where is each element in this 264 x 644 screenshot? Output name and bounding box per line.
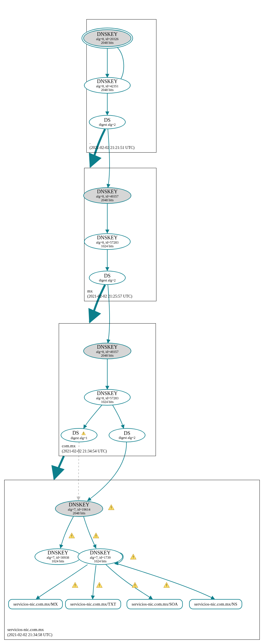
zone-root-label: . (2021-02-02 21:21:51 UTC): [90, 140, 134, 150]
node-root-ksk-alg: alg=8, id=20326: [96, 37, 119, 41]
zone-root-name: .: [90, 140, 134, 145]
node-commx-zsk[interactable]: DNSKEY alg=8, id=57283 1024 bits: [84, 389, 131, 406]
node-root-ksk[interactable]: DNSKEY alg=8, id=20326 2048 bits: [83, 29, 131, 47]
node-commx-ds2-alg: digest alg=2: [119, 436, 135, 440]
node-root-ds[interactable]: DS digest alg=2: [89, 115, 126, 129]
node-sn-ksk-alg: alg=7, id=19614: [68, 508, 90, 511]
node-mx-ksk-alg: alg=8, id=49357: [96, 195, 119, 198]
node-sn-ksk-title: DNSKEY: [68, 502, 90, 508]
node-sn-zsk2-alg: alg=7, id=1739: [90, 556, 111, 560]
zone-commx-label: com.mx (2021-02-02 21:34:54 UTC): [62, 443, 107, 454]
node-root-ksk-title: DNSKEY: [96, 32, 119, 37]
node-mx-ksk-title: DNSKEY: [96, 189, 119, 195]
rrset-ns-label: servicios-nic.com.mx/NS: [194, 602, 237, 607]
dnssec-graph-canvas: . (2021-02-02 21:21:51 UTC) DNSKEY alg=8…: [0, 0, 264, 644]
node-sn-zsk2-title: DNSKEY: [90, 550, 111, 556]
zone-sn-name: servicios-nic.com.mx: [7, 627, 52, 632]
node-commx-ds2[interactable]: DS digest alg=2: [109, 428, 145, 442]
node-commx-ksk-title: DNSKEY: [96, 344, 119, 350]
node-commx-zsk-title: DNSKEY: [96, 391, 119, 396]
node-sn-ksk-bits: 2048 bits: [68, 511, 90, 515]
rrset-txt-label: servicios-nic.com.mx/TXT: [70, 602, 116, 607]
node-commx-ds1-alg: digest alg=1: [71, 436, 87, 440]
zone-commx-name: com.mx: [62, 443, 107, 449]
node-mx-ksk[interactable]: DNSKEY alg=8, id=49357 2048 bits: [83, 187, 131, 204]
node-commx-zsk-bits: 1024 bits: [96, 400, 119, 404]
node-root-ds-title: DS: [99, 118, 115, 123]
node-commx-ksk-bits: 2048 bits: [96, 354, 119, 357]
zone-mx-time: (2021-02-02 21:25:57 UTC): [87, 294, 132, 299]
zone-commx-time: (2021-02-02 21:34:54 UTC): [62, 449, 107, 454]
node-mx-zsk-alg: alg=8, id=57283: [96, 241, 119, 244]
rrset-ns[interactable]: servicios-nic.com.mx/NS: [189, 599, 242, 609]
node-root-ds-alg: digest alg=2: [99, 123, 115, 127]
node-commx-ksk-alg: alg=8, id=49357: [96, 350, 119, 354]
rrset-txt[interactable]: servicios-nic.com.mx/TXT: [65, 599, 121, 609]
node-mx-ksk-bits: 2048 bits: [96, 198, 119, 202]
node-mx-zsk-bits: 1024 bits: [96, 244, 119, 248]
node-sn-zsk2[interactable]: DNSKEY alg=7, id=1739 1024 bits: [78, 548, 123, 565]
svg-text:!: !: [83, 432, 84, 435]
zone-sn-label: servicios-nic.com.mx (2021-02-02 21:34:5…: [7, 627, 52, 637]
zone-sn-time: (2021-02-02 21:34:58 UTC): [7, 632, 52, 638]
node-mx-ds-title: DS: [99, 273, 115, 279]
node-commx-ds1-title: DS: [72, 430, 79, 436]
node-commx-ds1[interactable]: DS ! digest alg=1: [61, 428, 97, 442]
node-commx-ksk[interactable]: DNSKEY alg=8, id=49357 2048 bits: [83, 343, 131, 359]
node-mx-zsk[interactable]: DNSKEY alg=8, id=57283 1024 bits: [84, 233, 131, 250]
rrset-mx[interactable]: servicios-nic.com.mx/MX: [8, 599, 63, 609]
node-sn-zsk1-title: DNSKEY: [47, 550, 69, 556]
node-commx-zsk-alg: alg=8, id=57283: [96, 396, 119, 400]
node-mx-zsk-title: DNSKEY: [96, 235, 119, 241]
node-root-zsk-alg: alg=8, id=42351: [96, 84, 119, 88]
node-root-zsk-title: DNSKEY: [96, 79, 119, 84]
node-sn-zsk1[interactable]: DNSKEY alg=7, id=30938 1024 bits: [35, 548, 81, 565]
node-root-zsk-bits: 2048 bits: [96, 88, 119, 92]
zone-root-time: (2021-02-02 21:21:51 UTC): [90, 145, 134, 150]
node-mx-ds-alg: digest alg=2: [99, 279, 115, 282]
node-commx-ds2-title: DS: [119, 431, 135, 436]
node-sn-zsk2-bits: 1024 bits: [90, 560, 111, 563]
rrset-mx-label: servicios-nic.com.mx/MX: [13, 602, 58, 607]
warning-icon: !: [81, 431, 86, 436]
node-root-ksk-bits: 2048 bits: [96, 41, 119, 45]
node-mx-ds[interactable]: DS digest alg=2: [89, 271, 126, 285]
zone-mx-label: mx (2021-02-02 21:25:57 UTC): [87, 289, 132, 299]
node-sn-zsk1-bits: 1024 bits: [47, 560, 69, 563]
node-root-zsk[interactable]: DNSKEY alg=8, id=42351 2048 bits: [84, 77, 131, 94]
rrset-soa[interactable]: servicios-nic.com.mx/SOA: [126, 599, 183, 609]
zone-mx-name: mx: [87, 289, 132, 294]
node-sn-ksk[interactable]: DNSKEY alg=7, id=19614 2048 bits: [55, 500, 103, 517]
rrset-soa-label: servicios-nic.com.mx/SOA: [132, 602, 178, 607]
node-sn-zsk1-alg: alg=7, id=30938: [47, 556, 69, 560]
